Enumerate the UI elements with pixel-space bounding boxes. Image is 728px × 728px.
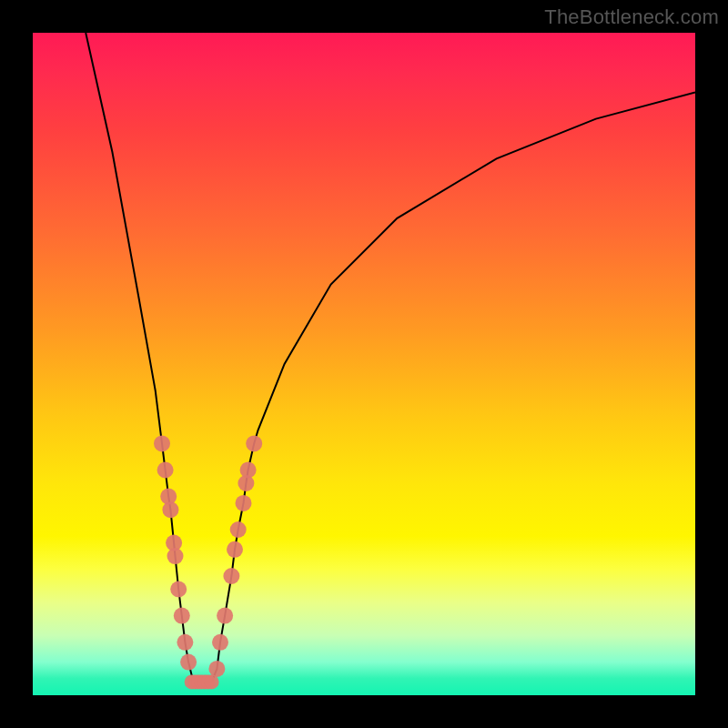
curve-svg — [33, 33, 695, 695]
data-marker — [162, 501, 178, 518]
data-marker — [174, 608, 190, 624]
data-marker — [246, 435, 262, 451]
data-marker — [170, 581, 187, 598]
data-marker — [208, 661, 225, 677]
data-marker — [212, 634, 228, 651]
data-marker — [240, 462, 257, 479]
data-marker — [227, 541, 243, 558]
data-marker — [157, 462, 174, 479]
data-marker — [217, 608, 233, 624]
data-marker — [180, 654, 197, 671]
watermark-text: TheBottleneck.com — [544, 5, 719, 29]
data-marker — [236, 495, 252, 511]
data-marker — [223, 568, 239, 584]
data-marker — [177, 634, 193, 651]
data-marker — [167, 548, 184, 564]
plot-area — [33, 33, 695, 695]
data-marker — [154, 435, 170, 451]
marker-group — [154, 435, 262, 689]
chart-container: TheBottleneck.com — [0, 0, 728, 728]
data-marker — [230, 521, 247, 538]
